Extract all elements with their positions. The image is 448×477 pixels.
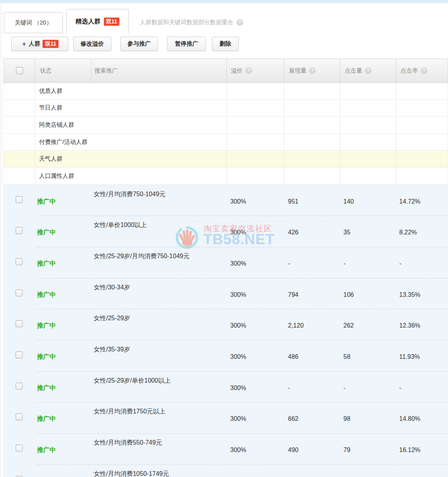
header-clicks-label: 点击量 — [345, 67, 362, 74]
category-label-text: 人口属性人群 — [39, 172, 74, 180]
header-ctr-label: 点击率 — [400, 67, 418, 74]
row-audience-name: 女性/月均消费1750元以上 — [94, 408, 165, 416]
row-checkbox[interactable] — [16, 320, 23, 327]
category-label-text: 天气人群 — [39, 155, 62, 163]
row-ctr-value: 11.93% — [399, 353, 420, 360]
clicks-help-icon[interactable]: ? — [365, 67, 372, 74]
row-impressions-value: - — [288, 260, 290, 267]
category-label-text: 优质人群 — [39, 87, 62, 95]
row-impressions-value: 490 — [288, 447, 299, 454]
category-ctr-cell — [396, 168, 448, 184]
row-checkbox[interactable] — [16, 445, 23, 452]
category-clicks-cell — [340, 100, 396, 117]
row-status-promoting: 推广中 — [37, 229, 56, 237]
category-ctr-cell — [396, 117, 448, 133]
row-ctr-value: 14.72% — [399, 198, 420, 205]
campaign-audience-page: 关键词 （20） 精选人群 双11 人群数据和关键词数据部分数据重合 ? ＋ 人… — [0, 0, 448, 477]
row-audience-name: 女性/月均消费750-1049元 — [94, 190, 165, 199]
tabs-note-text: 人群数据和关键词数据部分数据重合 — [140, 19, 233, 26]
table-row: 推广中 女性/25-29岁/单价1000以上 300% - - - — [3, 371, 448, 403]
table-row: 推广中 女性/25-29岁/月均消费750-1049元 300% - - - — [3, 247, 448, 278]
tab-keywords[interactable]: 关键词 （20） — [4, 12, 63, 33]
row-ctr-value: 16.12% — [399, 447, 420, 454]
edit-premium-button[interactable]: 修改溢价 — [73, 37, 111, 51]
category-ctr-cell — [396, 134, 448, 151]
category-ctr-cell — [396, 100, 448, 117]
row-checkbox[interactable] — [16, 258, 23, 265]
pause-promotion-button[interactable]: 暂停推广 — [167, 37, 206, 51]
table-row: 推广中 女性/35-39岁 300% 486 58 11.93% — [3, 340, 448, 371]
row-audience-name: 女性/30-34岁 — [94, 284, 130, 292]
ctr-help-icon[interactable]: ? — [421, 67, 427, 74]
row-status-promoting: 推广中 — [37, 198, 56, 206]
category-ctr-cell — [396, 83, 448, 99]
category-premium-cell — [226, 117, 284, 133]
row-audience-name: 女性/25-29岁/单价1000以上 — [94, 377, 171, 385]
header-ctr: 点击率 ? — [396, 59, 448, 82]
row-checkbox[interactable] — [16, 413, 23, 420]
category-clicks-cell — [340, 134, 396, 151]
row-clicks-value: - — [343, 385, 345, 392]
row-premium-value: 300% — [230, 322, 246, 329]
category-row[interactable]: 人口属性人群 — [4, 168, 448, 185]
tab-selected-audience[interactable]: 精选人群 双11 — [66, 9, 129, 34]
category-checkbox-cell — [4, 117, 35, 133]
row-impressions-value: 951 — [288, 198, 299, 205]
row-premium-value: 300% — [230, 229, 246, 236]
row-clicks-value: 98 — [343, 415, 350, 422]
double11-badge: 双11 — [104, 18, 120, 26]
row-audience-name: 女性/月均消费1050-1749元 — [94, 470, 169, 477]
category-row[interactable]: 付费推广/活动人群 — [4, 134, 448, 151]
row-checkbox[interactable] — [16, 196, 23, 203]
category-premium-cell — [226, 134, 284, 151]
row-audience-name: 女性/25-29岁/月均消费750-1049元 — [94, 252, 189, 261]
table-header: 状态 搜索推广 溢价 ? 展现量 ? 点击量 ? 点击率 ? — [3, 59, 448, 83]
row-ctr-value: 14.80% — [399, 415, 420, 422]
category-impressions-cell — [284, 168, 340, 184]
top-strip — [0, 0, 448, 3]
delete-button[interactable]: 删除 — [212, 37, 239, 51]
premium-help-icon[interactable]: ? — [245, 67, 252, 74]
category-impressions-cell — [284, 117, 340, 133]
add-audience-button[interactable]: ＋ 人群 双11 — [11, 37, 68, 51]
row-ctr-value: 8.22% — [399, 229, 417, 236]
row-premium-value: 300% — [230, 385, 246, 392]
row-checkbox[interactable] — [16, 351, 23, 358]
row-checkbox[interactable] — [16, 289, 23, 296]
select-all-checkbox[interactable] — [16, 67, 23, 74]
row-checkbox[interactable] — [16, 383, 23, 390]
row-audience-name: 女性/单价1000以上 — [94, 221, 147, 229]
row-checkbox[interactable] — [16, 227, 23, 234]
join-promotion-button[interactable]: 参与推广 — [120, 37, 158, 51]
category-row[interactable]: 优质人群 — [4, 83, 448, 100]
row-impressions-value: 662 — [288, 415, 299, 422]
category-clicks-cell — [340, 117, 396, 133]
category-label: 同类店铺人群 — [35, 117, 226, 133]
category-label-text: 同类店铺人群 — [39, 121, 74, 129]
row-premium-value: 300% — [230, 415, 246, 422]
row-clicks-value: - — [343, 260, 345, 267]
note-help-icon[interactable]: ? — [236, 19, 243, 26]
row-status-promoting: 推广中 — [37, 322, 56, 330]
category-row[interactable]: 同类店铺人群 — [4, 117, 448, 134]
category-premium-cell — [226, 83, 284, 99]
tabs-note: 人群数据和关键词数据部分数据重合 ? — [140, 18, 243, 27]
category-premium-cell — [226, 100, 284, 117]
category-impressions-cell — [284, 100, 340, 117]
header-premium: 溢价 ? — [226, 59, 284, 82]
category-row[interactable]: 天气人群 — [4, 151, 448, 168]
row-impressions-value: 2,120 — [288, 322, 304, 329]
row-ctr-value: - — [399, 385, 401, 392]
category-label-text: 节日人群 — [39, 104, 62, 112]
double11-badge: 双11 — [43, 40, 59, 48]
tab-selected-audience-label: 精选人群 — [76, 18, 101, 26]
category-row[interactable]: 节日人群 — [4, 100, 448, 117]
category-rows: 优质人群 节日人群 同类店铺人群 付费推广/活动人群 — [3, 83, 448, 185]
impressions-help-icon[interactable]: ? — [309, 67, 316, 74]
row-status-promoting: 推广中 — [37, 384, 56, 392]
category-premium-cell — [226, 168, 284, 184]
row-premium-value: 300% — [230, 260, 246, 267]
table-row: 推广中 女性/25-29岁 300% 2,120 262 12.36% — [3, 309, 448, 340]
category-impressions-cell — [284, 151, 340, 167]
tab-keywords-label: 关键词 （20） — [15, 19, 52, 27]
